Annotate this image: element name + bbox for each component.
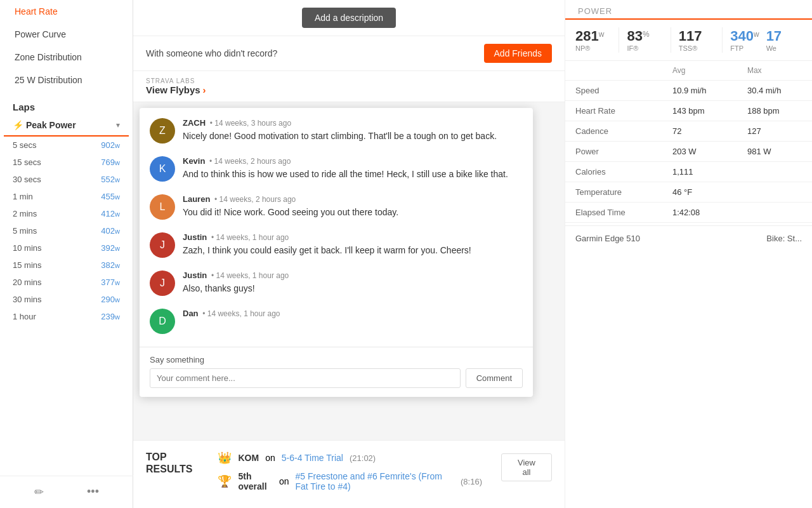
metric-max (737, 203, 812, 223)
power-duration: 30 secs (13, 175, 41, 184)
avg-column-header: Avg (662, 61, 737, 81)
result-icon: 🏆 (218, 474, 232, 488)
power-row: 30 secs552w (0, 171, 133, 188)
power-duration: 5 secs (13, 140, 37, 150)
power-duration: 2 mins (13, 209, 37, 218)
stat-block: 281w NP® (575, 28, 611, 52)
add-description-button[interactable]: Add a description (302, 8, 396, 28)
stat-block: 117 TSS® (679, 28, 714, 52)
metric-avg: 143 bpm (662, 101, 737, 121)
power-duration: 1 hour (13, 312, 36, 321)
sidebar-item-25w-distribution[interactable]: 25 W Distribution (0, 69, 133, 91)
power-row: 30 mins290w (0, 291, 133, 308)
result-pretext: on (265, 453, 275, 463)
power-duration: 20 mins (13, 277, 42, 287)
peak-power-header[interactable]: ⚡ Peak Power ▾ (4, 117, 129, 137)
comment-body: ZACH • 14 weeks, 3 hours ago Nicely done… (183, 118, 497, 144)
metric-max: 188 bpm (737, 101, 812, 121)
comment-meta: Kevin • 14 weeks, 2 hours ago (183, 156, 508, 166)
stat-label: IF® (627, 44, 662, 52)
power-row: 5 mins402w (0, 222, 133, 239)
result-label: 5th overall (238, 471, 272, 491)
comment-time: 14 weeks, 1 hour ago (216, 271, 289, 280)
comment-input[interactable] (150, 368, 461, 388)
bottom-results-section: TOPRESULTS 👑 KOM on 5-6-4 Time Trial (21… (133, 440, 565, 508)
comment-avatar: J (150, 271, 175, 296)
max-column-header: Max (737, 61, 812, 81)
power-value: 239w (101, 312, 120, 321)
comment-item: Z ZACH • 14 weeks, 3 hours ago Nicely do… (150, 118, 523, 144)
comment-time: 14 weeks, 1 hour ago (207, 309, 280, 318)
stat-label: NP® (575, 44, 611, 52)
comment-body: Kevin • 14 weeks, 2 hours ago And to thi… (183, 156, 508, 182)
metric-max: 30.4 mi/h (737, 81, 812, 101)
result-icon: 👑 (218, 451, 232, 465)
more-options-icon[interactable]: ••• (87, 485, 99, 499)
metric-max: 127 (737, 121, 812, 142)
power-value: 552w (101, 175, 120, 184)
metric-row: Elapsed Time 1:42:08 (565, 203, 812, 223)
metrics-table: Avg Max Speed 10.9 mi/h 30.4 mi/h Heart … (565, 61, 812, 223)
metric-max (737, 182, 812, 203)
comment-submit-button[interactable]: Comment (466, 368, 523, 388)
sidebar-item-heart-rate[interactable]: Heart Rate (0, 0, 133, 23)
sidebar-item-zone-distribution[interactable]: Zone Distribution (0, 46, 133, 69)
power-row: 20 mins377w (0, 274, 133, 291)
result-item: 🏆 5th overall on #5 Freestone and #6 Fem… (218, 471, 482, 491)
comment-item: K Kevin • 14 weeks, 2 hours ago And to t… (150, 156, 523, 182)
power-row: 15 secs769w (0, 154, 133, 171)
comment-text: Also, thanks guys! (183, 282, 289, 295)
view-all-button[interactable]: View all (501, 453, 552, 481)
comment-item: D Dan • 14 weeks, 1 hour ago (150, 309, 523, 334)
power-row: 1 min455w (0, 188, 133, 205)
we-label: We (766, 44, 802, 52)
power-value: 392w (101, 243, 120, 253)
power-duration: 1 min (13, 192, 33, 201)
power-duration: 5 mins (13, 226, 37, 236)
lightning-icon: ⚡ (13, 120, 23, 130)
results-items: 👑 KOM on 5-6-4 Time Trial (21:02) 🏆 5th … (218, 451, 482, 498)
result-label: KOM (238, 453, 259, 463)
power-row: 1 hour239w (0, 308, 133, 325)
comment-body: Justin • 14 weeks, 1 hour ago Also, than… (183, 271, 289, 296)
bike-label: Bike: St... (766, 234, 802, 243)
peak-power-label: Peak Power (26, 120, 116, 130)
metric-max: 981 W (737, 142, 812, 162)
comment-avatar: J (150, 232, 175, 258)
metric-label: Heart Rate (565, 101, 662, 121)
metric-label: Elapsed Time (565, 203, 662, 223)
power-value: 769w (101, 157, 120, 167)
comment-body: Lauren • 14 weeks, 2 hours ago You did i… (183, 194, 398, 220)
add-friends-button[interactable]: Add Friends (484, 44, 552, 63)
power-duration: 15 mins (13, 260, 42, 270)
power-row: 2 mins412w (0, 205, 133, 222)
power-value: 455w (101, 192, 120, 201)
edit-icon[interactable]: ✏ (34, 485, 44, 499)
power-duration: 10 mins (13, 243, 42, 253)
metric-label: Cadence (565, 121, 662, 142)
comment-input-area: Say something Comment (140, 347, 533, 397)
power-value: 377w (101, 277, 120, 287)
power-value: 902w (101, 140, 120, 150)
view-flybys-link[interactable]: View Flybys › (146, 84, 552, 99)
metric-row: Heart Rate 143 bpm 188 bpm (565, 101, 812, 121)
metric-label: Power (565, 142, 662, 162)
comment-author: Justin (183, 271, 207, 280)
power-row: 5 secs902w (0, 137, 133, 154)
stat-value: 83% (627, 28, 662, 44)
with-someone-bar: With someone who didn't record? Add Frie… (133, 36, 565, 71)
with-someone-text: With someone who didn't record? (146, 48, 277, 58)
stat-block: 83% IF® (627, 28, 662, 52)
comments-modal: Z ZACH • 14 weeks, 3 hours ago Nicely do… (140, 108, 533, 397)
comments-scroll-area[interactable]: Z ZACH • 14 weeks, 3 hours ago Nicely do… (140, 108, 533, 347)
result-link[interactable]: 5-6-4 Time Trial (282, 453, 343, 463)
comment-time: 14 weeks, 2 hours ago (219, 195, 296, 204)
metric-label: Calories (565, 162, 662, 182)
sidebar-item-power-curve[interactable]: Power Curve (0, 23, 133, 46)
comment-item: L Lauren • 14 weeks, 2 hours ago You did… (150, 194, 523, 220)
comment-author: ZACH (183, 118, 206, 128)
say-something-label: Say something (150, 355, 523, 364)
result-link[interactable]: #5 Freestone and #6 Femrite's (From Fat … (295, 471, 454, 491)
strava-labs-section: STRAVA LABS View Flybys › (133, 71, 565, 102)
stat-label: TSS® (679, 44, 714, 52)
